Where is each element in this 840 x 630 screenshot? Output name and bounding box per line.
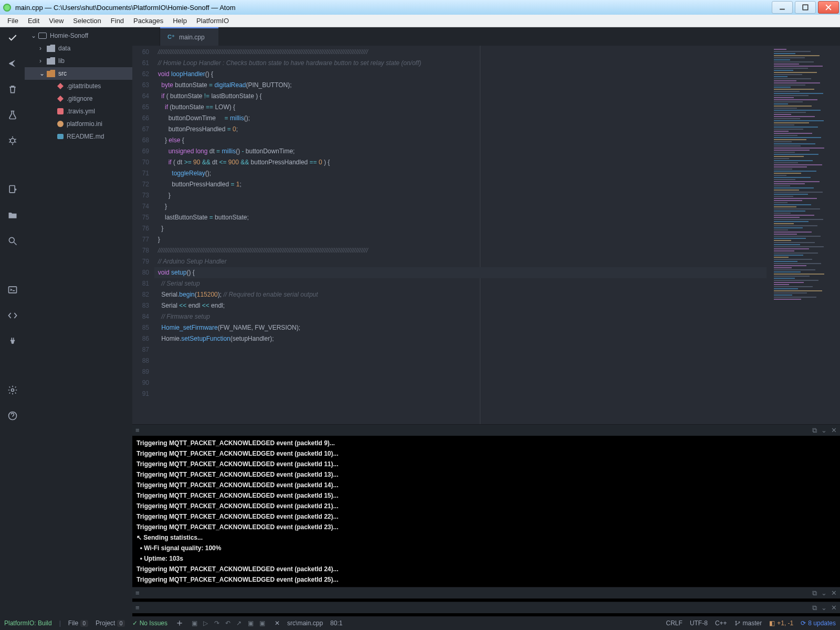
- menu-bar: FileEditViewSelectionFindPackagesHelpPla…: [0, 15, 840, 27]
- status-eol[interactable]: CRLF: [666, 620, 682, 627]
- status-cursor-pos[interactable]: 80:1: [330, 620, 342, 627]
- svg-line-7: [14, 243, 16, 245]
- status-file[interactable]: File 0: [68, 620, 88, 627]
- file-tree: ⌄Homie-Sonoff ›data›lib⌄src.gitattribute…: [25, 27, 132, 616]
- tree-item-lib[interactable]: ›lib: [25, 55, 132, 67]
- svg-point-12: [736, 624, 737, 625]
- status-updates[interactable]: ⟳ 8 updates: [801, 620, 836, 627]
- menu-edit[interactable]: Edit: [23, 17, 44, 25]
- panel-close-icon[interactable]: ✕: [831, 425, 837, 436]
- svg-point-4: [10, 139, 14, 143]
- panel-collapse-icon[interactable]: ⌄: [821, 603, 827, 613]
- svg-point-9: [11, 389, 14, 392]
- left-toolbar: [0, 27, 25, 616]
- tree-item-data[interactable]: ›data: [25, 42, 132, 55]
- trash-icon[interactable]: [7, 84, 18, 96]
- panel-menu-icon[interactable]: ≡: [135, 588, 139, 598]
- tree-root[interactable]: ⌄Homie-Sonoff: [25, 29, 132, 42]
- window-maximize-button[interactable]: [795, 1, 816, 14]
- new-file-icon[interactable]: [7, 184, 18, 196]
- tree-item-platformio-ini[interactable]: platformio.ini: [25, 118, 132, 130]
- menu-packages[interactable]: Packages: [129, 17, 168, 25]
- status-build[interactable]: PlatformIO: Build: [4, 620, 52, 627]
- svg-point-13: [739, 622, 740, 623]
- search-icon[interactable]: [7, 236, 18, 248]
- svg-rect-8: [8, 287, 16, 293]
- upload-arrow-icon[interactable]: [7, 58, 18, 70]
- panel-menu-icon[interactable]: ≡: [135, 425, 139, 436]
- extra-panel-2: ≡⧉⌄✕: [132, 602, 840, 616]
- terminal-panel: ≡ ⧉ ⌄ ✕ Triggering MQTT_PACKET_ACKNOWLED…: [132, 424, 840, 587]
- tree-item--gitignore[interactable]: .gitignore: [25, 92, 132, 105]
- menu-help[interactable]: Help: [168, 17, 192, 25]
- open-folder-icon[interactable]: [7, 210, 18, 222]
- panel-menu-icon[interactable]: ≡: [135, 603, 139, 613]
- plug-icon[interactable]: [7, 336, 18, 348]
- serial-monitor-icon[interactable]: [7, 310, 18, 322]
- cpp-icon: C⁺: [167, 34, 175, 40]
- panel-popout-icon[interactable]: ⧉: [812, 603, 817, 613]
- panel-close-icon[interactable]: ✕: [831, 588, 837, 598]
- panel-collapse-icon[interactable]: ⌄: [821, 588, 827, 598]
- menu-find[interactable]: Find: [106, 17, 129, 25]
- tree-item--gitattributes[interactable]: .gitattributes: [25, 80, 132, 92]
- status-path[interactable]: src\main.cpp: [287, 620, 323, 627]
- menu-platformio[interactable]: PlatformIO: [192, 17, 234, 25]
- window-title: main.cpp — C:\Users\shut\Documents\Platf…: [15, 4, 236, 12]
- minimap[interactable]: [772, 46, 840, 424]
- code-editor[interactable]: 6061626364656667686970717273747576777879…: [132, 46, 840, 424]
- atom-icon: [3, 4, 11, 12]
- status-issues[interactable]: ✓ No Issues: [132, 620, 167, 627]
- project-name: Homie-Sonoff: [50, 32, 88, 39]
- debug-bug-icon[interactable]: [7, 135, 18, 148]
- panel-popout-icon[interactable]: ⧉: [812, 588, 817, 598]
- extra-panel-1: ≡⧉⌄✕: [132, 587, 840, 602]
- tree-item-src[interactable]: ⌄src: [25, 67, 132, 80]
- svg-point-11: [736, 621, 737, 622]
- svg-rect-1: [803, 5, 808, 10]
- line-gutter: 6061626364656667686970717273747576777879…: [132, 46, 154, 424]
- window-titlebar: main.cpp — C:\Users\shut\Documents\Platf…: [0, 0, 840, 15]
- status-project[interactable]: Project 0: [96, 620, 125, 627]
- settings-gear-icon[interactable]: [7, 385, 18, 397]
- panel-collapse-icon[interactable]: ⌄: [821, 425, 827, 436]
- tree-item--travis-yml[interactable]: .travis.yml: [25, 105, 132, 118]
- status-git-diff[interactable]: ◧ +1, -1: [769, 620, 793, 627]
- debug-close-icon[interactable]: ✕: [275, 620, 280, 627]
- test-beaker-icon[interactable]: [7, 110, 18, 122]
- window-close-button[interactable]: [818, 1, 839, 14]
- tab-bar: C⁺ main.cpp: [132, 27, 840, 46]
- debug-toolbar[interactable]: ▣ ▷ ↷ ↶ ↗ ▣ ▣: [192, 620, 267, 627]
- menu-view[interactable]: View: [44, 17, 68, 25]
- menu-file[interactable]: File: [3, 17, 23, 25]
- help-icon[interactable]: [7, 411, 18, 423]
- svg-rect-5: [9, 186, 15, 193]
- status-bar: PlatformIO: Build | File 0 Project 0 ✓ N…: [0, 616, 840, 630]
- status-git-branch[interactable]: master: [734, 620, 762, 627]
- panel-popout-icon[interactable]: ⧉: [812, 425, 817, 436]
- window-minimize-button[interactable]: [772, 1, 793, 14]
- panel-close-icon[interactable]: ✕: [831, 603, 837, 613]
- terminal-output[interactable]: Triggering MQTT_PACKET_ACKNOWLEDGED even…: [132, 436, 840, 587]
- tab-label: main.cpp: [179, 34, 205, 41]
- tree-item-README-md[interactable]: README.md: [25, 130, 132, 143]
- menu-selection[interactable]: Selection: [68, 17, 106, 25]
- build-check-icon[interactable]: [7, 33, 18, 45]
- code-area[interactable]: ////////////////////////////////////////…: [154, 46, 772, 424]
- status-language[interactable]: C++: [715, 620, 727, 627]
- status-encoding[interactable]: UTF-8: [690, 620, 708, 627]
- new-terminal-icon[interactable]: ＋: [175, 616, 184, 629]
- svg-point-6: [9, 237, 14, 243]
- editor-tab-main[interactable]: C⁺ main.cpp: [160, 27, 218, 46]
- terminal-icon[interactable]: [7, 285, 18, 297]
